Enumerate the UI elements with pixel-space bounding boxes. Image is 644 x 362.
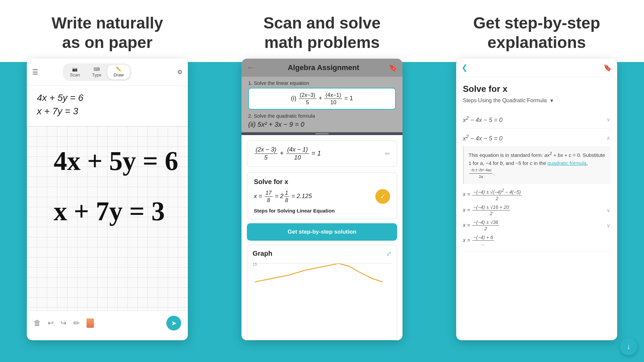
typed-eq1: 4x + 5y = 6 — [37, 93, 178, 103]
formula-eq3: x = −(−4) ± √36 2 — [463, 220, 500, 231]
fab-down-button[interactable]: ↓ — [620, 338, 637, 355]
formula-rows: x = −(−4) ± √(−4)2 − 4(−5) 2 x = — [463, 188, 610, 246]
method-dropdown-icon[interactable]: ▼ — [549, 98, 554, 103]
scan-area: ← Algebra Assignment 🔖 1. Solve the line… — [241, 59, 402, 132]
formula-row2: x = −(−4) ± √16 + 20 2 ∨ — [463, 204, 610, 216]
problem2-eq: (ii) 5x² + 3x − 9 = 0 — [248, 121, 396, 128]
result-equation-box: (2x − 3) 5 + (4x − 1) 10 = 1 ✏ — [247, 140, 397, 167]
solve-result-row: x = 178 = 218 = 2.125 ✓ — [254, 189, 390, 204]
results-area: (2x − 3) 5 + (4x − 1) 10 = 1 ✏ Solve — [241, 135, 402, 340]
pencil-icon[interactable]: ✏ — [73, 318, 80, 328]
solve-result-eq: x = 178 = 218 = 2.125 — [254, 190, 312, 203]
graph-area: 15 — [253, 260, 391, 287]
formula-row2-chevron[interactable]: ∨ — [606, 207, 610, 214]
problem2-label: 2. Solve the quadratic formula — [248, 113, 396, 119]
res-frac2: (4x − 1) 10 — [286, 146, 309, 161]
handwriting-svg: 4x + 5y = 6 x + 7y = 3 — [27, 126, 188, 311]
step2-expanded: x2 − 4x − 5 = 0 ∧ This equation is in st… — [463, 129, 610, 251]
checkmark-icon: ✓ — [380, 192, 386, 200]
graph-box: Graph ⤢ 15 — [247, 245, 397, 340]
scan-header: ← Algebra Assignment 🔖 — [241, 59, 402, 77]
problem1-fraction-label: (i) — [291, 95, 298, 102]
heading-write: Write naturallyas on paper — [13, 13, 201, 52]
graph-gridline — [253, 263, 391, 264]
redo-icon[interactable]: ↪ — [60, 319, 66, 327]
problem1-label: 1. Solve the linear equation — [248, 80, 396, 86]
left-toolbar: ☰ 📷 Scan ⌨ Type ✏️ Draw ⚙ — [27, 59, 188, 86]
keyboard-icon: ⌨ — [94, 67, 100, 72]
formula-row1: x = −(−4) ± √(−4)2 − 4(−5) 2 — [463, 188, 610, 201]
svg-text:4x + 5y = 6: 4x + 5y = 6 — [54, 146, 178, 176]
quadratic-formula-link[interactable]: quadratic formula — [547, 160, 586, 166]
right-card: ❮ 🔖 Solve for x Steps Using the Quadrati… — [456, 59, 617, 340]
svg-text:x + 7y = 3: x + 7y = 3 — [54, 196, 165, 226]
scan-mode-btn[interactable]: 📷 Scan — [64, 65, 86, 79]
left-bottom-toolbar: 🗑 ↩ ↪ ✏ ➤ — [27, 311, 188, 335]
formula-eq4: x = −(−4) + 6 ... — [463, 235, 495, 246]
method-row: Steps Using the Quadratic Formula ▼ — [463, 98, 610, 104]
typed-eq2: x + 7y = 3 — [37, 106, 178, 117]
mid-panel-col: ← Algebra Assignment 🔖 1. Solve the line… — [215, 62, 429, 362]
formula-eq2: x = −(−4) ± √16 + 20 2 — [463, 204, 511, 216]
edit-icon[interactable]: ✏ — [385, 150, 390, 158]
typed-equations-area: 4x + 5y = 6 x + 7y = 3 — [27, 86, 188, 126]
formula-row3: x = −(−4) ± √36 2 ∨ — [463, 220, 610, 231]
draw-label: Draw — [113, 72, 123, 77]
formula-eq1: x = −(−4) ± √(−4)2 − 4(−5) 2 — [463, 188, 523, 201]
device-bar — [241, 132, 402, 135]
right-panel-col: ❮ 🔖 Solve for x Steps Using the Quadrati… — [429, 62, 644, 362]
left-card: ☰ 📷 Scan ⌨ Type ✏️ Draw ⚙ — [27, 59, 188, 340]
sidebar-icon[interactable]: ☰ — [32, 68, 38, 76]
result-eq-text: (2x − 3) 5 + (4x − 1) 10 = 1 — [254, 146, 321, 161]
mode-selector: 📷 Scan ⌨ Type ✏️ Draw — [63, 63, 131, 81]
step2-header: x2 − 4x − 5 = 0 ∧ — [463, 133, 610, 142]
top-headings-section: Write naturallyas on paper Scan and solv… — [0, 0, 644, 62]
step2-chevron-icon[interactable]: ∧ — [606, 135, 610, 141]
right-back-icon[interactable]: ❮ — [462, 63, 468, 72]
frac1: (2x−3) 5 — [299, 92, 316, 106]
right-bookmark-icon[interactable]: 🔖 — [603, 64, 612, 72]
col2-heading: Scan and solvemath problems — [215, 13, 429, 52]
steps-label: Steps for Solving Linear Equation — [254, 208, 390, 214]
res-frac1: (2x − 3) 5 — [255, 146, 277, 161]
type-label: Type — [92, 72, 101, 77]
step1-row[interactable]: x2 − 4x − 5 = 0 ∨ — [463, 110, 610, 129]
col3-heading: Get step-by-stepexplanations — [429, 13, 644, 52]
delete-icon[interactable]: 🗑 — [34, 319, 41, 327]
back-icon[interactable]: ← — [247, 63, 254, 72]
heading-steps: Get step-by-stepexplanations — [443, 13, 631, 52]
undo-icon[interactable]: ↩ — [48, 319, 54, 327]
mid-card: ← Algebra Assignment 🔖 1. Solve the line… — [241, 59, 402, 340]
draw-mode-btn[interactable]: ✏️ Draw — [107, 65, 129, 79]
graph-number: 15 — [253, 262, 257, 267]
left-panel-col: ☰ 📷 Scan ⌨ Type ✏️ Draw ⚙ — [0, 62, 215, 362]
check-button[interactable]: ✓ — [375, 189, 390, 204]
step2-eq: x2 − 4x − 5 = 0 — [463, 133, 502, 142]
send-button[interactable]: ➤ — [166, 316, 181, 330]
send-arrow-icon: ➤ — [171, 319, 177, 327]
fab-down-icon: ↓ — [627, 342, 631, 351]
solve-title: Solve for x — [254, 178, 390, 186]
col1-heading: Write naturallyas on paper — [0, 13, 215, 52]
method-label: Steps Using the Quadratic Formula — [463, 98, 547, 104]
graph-header: Graph ⤢ — [253, 250, 391, 257]
scan-label: Scan — [70, 72, 80, 77]
handwrite-area[interactable]: 4x + 5y = 6 x + 7y = 3 — [27, 126, 188, 311]
type-mode-btn[interactable]: ⌨ Type — [86, 65, 107, 79]
panels-section: ☰ 📷 Scan ⌨ Type ✏️ Draw ⚙ — [0, 62, 644, 362]
expand-icon[interactable]: ⤢ — [386, 250, 391, 257]
step-btn-label: Get step-by-step solution — [288, 229, 357, 235]
right-content: Solve for x Steps Using the Quadratic Fo… — [456, 77, 617, 340]
step-solution-button[interactable]: Get step-by-step solution — [247, 223, 397, 241]
camera-icon: 📷 — [72, 67, 77, 72]
bookmark-icon[interactable]: 🔖 — [389, 64, 397, 72]
inline-formula: −b ± √b²−4ac 2a — [469, 167, 492, 180]
settings-icon[interactable]: ⚙ — [177, 68, 182, 76]
right-solve-title: Solve for x — [463, 84, 610, 94]
step-explanation: This equation is in standard form: ax2 +… — [463, 146, 610, 184]
eraser-icon[interactable] — [87, 318, 94, 328]
frac2: (4x−1) 10 — [324, 92, 342, 106]
formula-row4: x = −(−4) + 6 ... — [463, 235, 610, 246]
right-header: ❮ 🔖 — [456, 59, 617, 77]
formula-row3-chevron[interactable]: ∨ — [606, 222, 610, 229]
